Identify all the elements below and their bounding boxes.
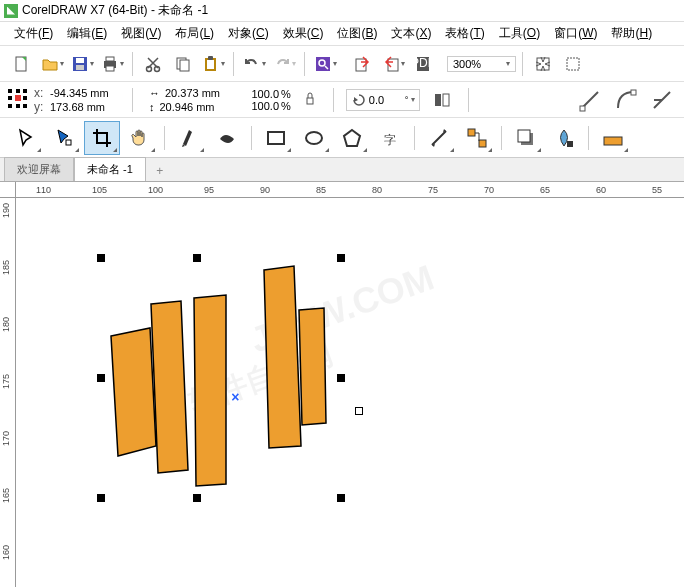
zoom-input[interactable] [449,58,501,70]
width-input[interactable] [163,86,233,100]
crop-tool[interactable] [84,121,120,155]
selection-handles[interactable]: × [101,258,341,498]
anchor-grid-icon[interactable] [8,89,30,111]
node-edit-button[interactable] [576,86,604,114]
rectangle-tool[interactable] [258,121,294,155]
fullscreen-button[interactable] [529,50,557,78]
ruler-vertical[interactable]: 190185180175170165160 [0,198,16,587]
drop-shadow-tool[interactable] [508,121,544,155]
pos-x-input[interactable] [48,86,120,100]
zoom-combo[interactable]: ▾ [447,56,516,72]
export-button[interactable]: ▾ [379,50,407,78]
standard-toolbar: ▾ ▾ ▾ ▾ ▾ ▾ ▾ ▾ PDF ▾ [0,46,684,82]
menu-位图[interactable]: 位图(B) [331,22,383,45]
pick-tool[interactable] [8,121,44,155]
welcome-tab[interactable]: 欢迎屏幕 [4,157,74,181]
new-button[interactable] [8,50,36,78]
svg-rect-29 [66,140,71,145]
svg-rect-3 [76,58,84,63]
canvas[interactable]: JZXW.COM 软件自学网 × [16,198,684,587]
property-bar: x: y: ↔ ↕ % % ° ▾ [0,82,684,118]
svg-rect-35 [479,140,486,147]
line-button[interactable] [648,86,676,114]
center-marker[interactable]: × [231,389,239,405]
menu-工具[interactable]: 工具(O) [493,22,546,45]
freehand-tool[interactable] [171,121,207,155]
svg-rect-23 [307,98,313,104]
menu-文本[interactable]: 文本(X) [385,22,437,45]
svg-rect-34 [468,129,475,136]
svg-text:PDF: PDF [414,56,432,70]
svg-rect-6 [106,57,114,61]
scale-group: % % [241,88,291,112]
menu-编辑[interactable]: 编辑(E) [61,22,113,45]
skew-handle[interactable] [355,407,363,415]
redo-button[interactable]: ▾ [270,50,298,78]
open-button[interactable]: ▾ [38,50,66,78]
new-tab-button[interactable]: + [150,161,170,181]
svg-rect-38 [567,141,573,147]
ruler-horizontal[interactable]: 110105100959085807570656055 [16,182,684,198]
menu-对象[interactable]: 对象(C) [222,22,275,45]
polygon-tool[interactable] [334,121,370,155]
eyedropper-tool[interactable] [595,121,631,155]
publish-pdf-button[interactable]: PDF [409,50,437,78]
toolbox: 字 [0,118,684,158]
undo-button[interactable]: ▾ [240,50,268,78]
menu-窗口[interactable]: 窗口(W) [548,22,603,45]
svg-rect-14 [208,56,213,60]
menu-帮助[interactable]: 帮助(H) [605,22,658,45]
svg-text:字: 字 [384,133,396,147]
shape-tool[interactable] [46,121,82,155]
canvas-area: 110105100959085807570656055 190185180175… [0,182,684,587]
svg-marker-24 [354,97,358,102]
ellipse-tool[interactable] [296,121,332,155]
transparency-tool[interactable] [546,121,582,155]
svg-rect-25 [435,94,441,106]
svg-rect-22 [567,58,579,70]
svg-point-9 [155,66,160,71]
height-input[interactable] [158,100,228,114]
lock-ratio-button[interactable] [299,90,321,110]
svg-rect-26 [443,94,449,106]
search-button[interactable]: ▾ [311,50,339,78]
connector-tool[interactable] [459,121,495,155]
text-tool[interactable]: 字 [372,121,408,155]
menu-布局[interactable]: 布局(L) [169,22,220,45]
pos-y-input[interactable] [48,100,120,114]
svg-rect-28 [631,90,636,95]
svg-rect-4 [76,65,84,70]
menu-视图[interactable]: 视图(V) [115,22,167,45]
title-text: CorelDRAW X7 (64-Bit) - 未命名 -1 [22,2,208,19]
artistic-media-tool[interactable] [209,121,245,155]
svg-rect-39 [604,137,622,145]
svg-rect-30 [268,132,284,144]
pan-tool[interactable] [122,121,158,155]
rotation-input[interactable] [369,94,403,106]
copy-button[interactable] [169,50,197,78]
menu-文件[interactable]: 文件(F) [8,22,59,45]
title-bar: CorelDRAW X7 (64-Bit) - 未命名 -1 [0,0,684,22]
scale-y-input[interactable] [241,100,279,112]
print-button[interactable]: ▾ [98,50,126,78]
anchor-group[interactable]: x: y: [8,86,120,114]
options-button[interactable] [559,50,587,78]
import-button[interactable] [349,50,377,78]
svg-point-8 [147,66,152,71]
menu-效果[interactable]: 效果(C) [277,22,330,45]
svg-rect-21 [537,58,549,70]
menu-表格[interactable]: 表格(T) [439,22,490,45]
svg-rect-7 [106,66,114,71]
curve-button[interactable] [612,86,640,114]
save-button[interactable]: ▾ [68,50,96,78]
svg-rect-37 [518,130,530,142]
document-tab[interactable]: 未命名 -1 [74,157,146,181]
rotation-group[interactable]: ° ▾ [346,89,421,111]
scale-x-input[interactable] [241,88,279,100]
dimension-tool[interactable] [421,121,457,155]
ruler-origin[interactable] [0,182,16,198]
mirror-h-button[interactable] [428,86,456,114]
paste-button[interactable]: ▾ [199,50,227,78]
cut-button[interactable] [139,50,167,78]
size-group: ↔ ↕ [145,86,233,114]
